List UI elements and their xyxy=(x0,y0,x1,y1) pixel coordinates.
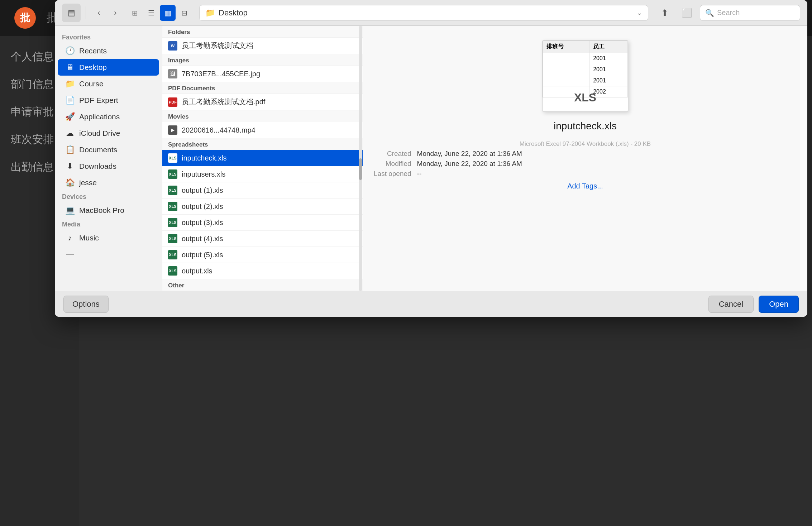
dialog-sidebar: Favorites 🕐 Recents 🖥 Desktop 📁 Course 📄… xyxy=(55,26,162,291)
open-button[interactable]: Open xyxy=(759,296,799,313)
jesse-label: jesse xyxy=(79,178,97,187)
file-item-output[interactable]: XLS output.xls xyxy=(162,263,363,279)
downloads-icon: ⬇ xyxy=(65,162,75,171)
location-bar[interactable]: 📁 Desktop ⌄ xyxy=(199,5,648,21)
media-section-label: Media xyxy=(55,219,162,230)
view-columns-button[interactable]: ▦ xyxy=(160,5,176,21)
course-label: Course xyxy=(79,80,104,88)
xls-icon: XLS xyxy=(168,202,177,211)
file-item-inputcheck[interactable]: XLS inputcheck.xls xyxy=(162,150,363,166)
desktop-label: Desktop xyxy=(79,63,107,72)
add-tags-link[interactable]: Add Tags... xyxy=(567,182,603,190)
footer-right-buttons: Cancel Open xyxy=(708,296,799,313)
dialog-overlay: ▤ ‹ › ⊞ ☰ ▦ ⊟ 📁 Desktop ⌄ ⬆ ⬜ 🔍 Search xyxy=(50,0,812,526)
pdf-icon: PDF xyxy=(168,97,177,107)
sidebar-item-icloud[interactable]: ☁ iCloud Drive xyxy=(58,125,159,142)
macbook-icon: 💻 xyxy=(65,206,75,215)
dialog-footer: Options Cancel Open xyxy=(55,291,807,317)
created-label: Created xyxy=(374,150,411,158)
sidebar-item-downloads[interactable]: ⬇ Downloads xyxy=(58,158,159,174)
view-gallery-button[interactable]: ⊟ xyxy=(176,5,192,21)
dialog-preview: 排班号 员工 2001 2001 xyxy=(363,26,807,291)
search-icon: 🔍 xyxy=(705,9,714,17)
file-item-output3[interactable]: XLS output (3).xls xyxy=(162,215,363,231)
sidebar-toggle-button[interactable]: ▤ xyxy=(62,4,81,22)
sidebar-item-more[interactable]: — xyxy=(58,246,159,263)
preview-row-3: 2001 xyxy=(543,75,628,86)
favorites-section-label: Favorites xyxy=(55,32,162,43)
tag-button[interactable]: ⬜ xyxy=(678,4,696,22)
options-button[interactable]: Options xyxy=(63,296,109,313)
pdf-expert-icon: 📄 xyxy=(65,96,75,105)
xls-icon: XLS xyxy=(168,218,177,227)
downloads-label: Downloads xyxy=(79,162,116,171)
file-item-output2[interactable]: XLS output (2).xls xyxy=(162,199,363,215)
app-logo: 批 xyxy=(14,7,36,29)
documents-icon: 📋 xyxy=(65,145,75,154)
sidebar-item-documents[interactable]: 📋 Documents xyxy=(58,142,159,158)
file-item-output5[interactable]: XLS output (5).xls xyxy=(162,247,363,263)
preview-xls-label: XLS xyxy=(574,91,596,104)
file-item-vid1[interactable]: ▶ 20200616...44748.mp4 xyxy=(162,122,363,138)
dialog-toolbar: ▤ ‹ › ⊞ ☰ ▦ ⊟ 📁 Desktop ⌄ ⬆ ⬜ 🔍 Search xyxy=(55,0,807,26)
modified-label: Modified xyxy=(374,160,411,168)
img-icon: 🖼 xyxy=(168,69,177,78)
sidebar-item-desktop[interactable]: 🖥 Desktop xyxy=(58,59,159,76)
file-item-doc1[interactable]: W 员工考勤系统测试文档 xyxy=(162,38,363,54)
share-button[interactable]: ⬆ xyxy=(655,4,674,22)
cancel-button[interactable]: Cancel xyxy=(708,296,754,313)
sidebar-item-pdf-expert[interactable]: 📄 PDF Expert xyxy=(58,92,159,109)
preview-row-2: 2001 xyxy=(543,64,628,75)
view-buttons: ⊞ ☰ ▦ ⊟ xyxy=(127,5,192,21)
location-text: Desktop xyxy=(219,8,633,18)
xls-icon: XLS xyxy=(168,266,177,276)
preview-table: 排班号 员工 2001 2001 xyxy=(543,40,628,97)
nav-forward-button[interactable]: › xyxy=(108,5,123,21)
sidebar-item-macbook[interactable]: 💻 MacBook Pro xyxy=(58,202,159,219)
toolbar-divider-1 xyxy=(86,6,86,19)
file-item-pdf1[interactable]: PDF 员工考勤系统测试文档.pdf xyxy=(162,94,363,110)
vid-icon: ▶ xyxy=(168,125,177,135)
applications-label: Applications xyxy=(79,113,120,121)
sidebar-item-jesse[interactable]: 🏠 jesse xyxy=(58,174,159,191)
scrollbar-track[interactable] xyxy=(359,26,362,291)
section-movies: Movies xyxy=(162,110,363,122)
section-pdf: PDF Documents xyxy=(162,82,363,94)
sidebar-item-applications[interactable]: 🚀 Applications xyxy=(58,109,159,125)
file-type-desc: Microsoft Excel 97-2004 Workbook (.xls) … xyxy=(374,140,797,148)
dialog-body: Favorites 🕐 Recents 🖥 Desktop 📁 Course 📄… xyxy=(55,26,807,291)
music-label: Music xyxy=(79,234,99,242)
file-preview-thumbnail: 排班号 员工 2001 2001 xyxy=(542,40,628,112)
scrollbar-thumb[interactable] xyxy=(359,158,362,180)
preview-meta: Microsoft Excel 97-2004 Workbook (.xls) … xyxy=(374,139,797,178)
sidebar-item-course[interactable]: 📁 Course xyxy=(58,76,159,92)
location-folder-icon: 📁 xyxy=(205,8,215,18)
devices-section-label: Devices xyxy=(55,191,162,202)
search-bar[interactable]: 🔍 Search xyxy=(700,5,800,21)
pdf-expert-label: PDF Expert xyxy=(79,96,118,105)
recents-icon: 🕐 xyxy=(65,46,75,56)
sidebar-item-recents[interactable]: 🕐 Recents xyxy=(58,43,159,59)
view-list-button[interactable]: ☰ xyxy=(143,5,159,21)
file-item-inputusers[interactable]: XLS inputusers.xls xyxy=(162,166,363,182)
xls-icon: XLS xyxy=(168,186,177,195)
view-icons-button[interactable]: ⊞ xyxy=(127,5,143,21)
search-placeholder: Search xyxy=(717,9,740,17)
created-value: Monday, June 22, 2020 at 1:36 AM xyxy=(417,150,797,158)
desktop-icon: 🖥 xyxy=(65,63,75,72)
course-icon: 📁 xyxy=(65,79,75,89)
toolbar-nav: ‹ › xyxy=(91,5,123,21)
xls-icon: XLS xyxy=(168,250,177,259)
location-chevron-icon: ⌄ xyxy=(637,9,642,17)
sidebar-item-music[interactable]: ♪ Music xyxy=(58,230,159,246)
file-item-img1[interactable]: 🖼 7B703E7B...455CEE.jpg xyxy=(162,66,363,82)
section-folders: Folders xyxy=(162,26,363,38)
file-item-output1[interactable]: XLS output (1).xls xyxy=(162,182,363,199)
applications-icon: 🚀 xyxy=(65,112,75,121)
preview-row-1: 2001 xyxy=(543,53,628,64)
dialog-file-list: Folders W 员工考勤系统测试文档 Images 🖼 7B703E7B..… xyxy=(162,26,363,291)
documents-label: Documents xyxy=(79,145,117,154)
icloud-icon: ☁ xyxy=(65,129,75,138)
file-item-output4[interactable]: XLS output (4).xls xyxy=(162,231,363,247)
nav-back-button[interactable]: ‹ xyxy=(91,5,107,21)
